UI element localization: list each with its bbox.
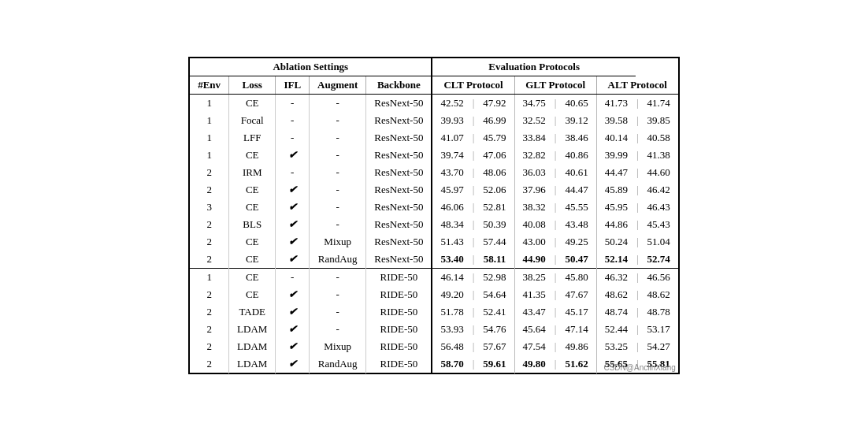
table-cell: 44.86 [596,216,636,233]
table-cell: 47.06 [475,147,514,164]
table-cell-ifl: - [276,129,310,147]
table-cell: 39.12 [557,112,596,129]
table-cell: ResNext-50 [366,216,432,233]
table-cell: CE [229,199,276,216]
table-cell: 48.62 [640,286,679,303]
table-cell: CE [229,251,276,269]
table-cell: 54.27 [640,338,679,355]
table-cell: 46.32 [596,269,636,287]
table-cell: CE [229,269,276,287]
table-cell: - [310,286,366,303]
subheader-env: #Env [190,76,229,95]
table-cell: 49.25 [557,233,596,251]
table-cell: - [310,112,366,129]
table-cell: TADE [229,303,276,321]
subheader-clt: CLT Protocol [432,76,514,95]
table-cell: 45.55 [557,199,596,216]
table-cell: 53.93 [432,321,471,338]
table-cell: RIDE-50 [366,355,432,373]
table-cell: 34.75 [514,95,554,113]
table-cell: RandAug [310,355,366,373]
table-cell: RIDE-50 [366,269,432,287]
table-cell: 39.93 [432,112,471,129]
table-cell: 48.62 [596,286,636,303]
table-cell: - [310,216,366,233]
table-cell: 2 [190,286,229,303]
table-cell: - [310,95,366,113]
table-cell: 52.41 [475,303,514,321]
table-cell: 53.40 [432,251,471,269]
table-cell: 41.38 [640,147,679,164]
table-cell: 53.17 [640,321,679,338]
subheader-ifl: IFL [276,76,310,95]
table-cell: - [310,321,366,338]
table-cell: ResNext-50 [366,112,432,129]
table-cell: 52.81 [475,199,514,216]
table-cell: 49.80 [514,355,554,373]
table-cell: CE [229,286,276,303]
table-cell: ResNext-50 [366,129,432,147]
table-cell: CE [229,95,276,113]
table-cell: 45.89 [596,181,636,199]
table-cell: 45.43 [640,216,679,233]
table-cell: 55.81 [640,355,679,373]
table-cell: RIDE-50 [366,303,432,321]
table-cell: 57.67 [475,338,514,355]
table-cell: - [310,303,366,321]
table-cell: ResNext-50 [366,147,432,164]
table-cell: 44.60 [640,164,679,181]
table-cell: - [310,199,366,216]
table-cell: 38.32 [514,199,554,216]
table-cell: 39.74 [432,147,471,164]
table-cell: ResNext-50 [366,199,432,216]
table-cell: LFF [229,129,276,147]
table-cell: - [310,129,366,147]
table-cell: ResNext-50 [366,233,432,251]
table-cell-ifl: ✔ [276,181,310,199]
table-cell: 46.43 [640,199,679,216]
table-cell-ifl: ✔ [276,199,310,216]
table-cell: 43.47 [514,303,554,321]
table-cell: 47.67 [557,286,596,303]
table-cell: Mixup [310,338,366,355]
subheader-augment: Augment [310,76,366,95]
table-cell: 50.39 [475,216,514,233]
table-cell: 32.52 [514,112,554,129]
table-cell: 36.03 [514,164,554,181]
table-cell-ifl: ✔ [276,233,310,251]
table-cell-ifl: ✔ [276,355,310,373]
ablation-table: Ablation Settings Evaluation Protocols #… [189,58,679,373]
table-cell: 2 [190,251,229,269]
table-cell-ifl: ✔ [276,251,310,269]
table-cell: 1 [190,129,229,147]
table-cell: 54.64 [475,286,514,303]
table-cell: 40.08 [514,216,554,233]
table-cell: RIDE-50 [366,338,432,355]
table-cell-ifl: - [276,95,310,113]
table-cell: 45.17 [557,303,596,321]
table-cell: LDAM [229,338,276,355]
table-cell: 44.47 [596,164,636,181]
table-cell: 50.24 [596,233,636,251]
table-cell: 43.48 [557,216,596,233]
table-cell: 50.47 [557,251,596,269]
table-cell: 54.76 [475,321,514,338]
table-cell: 58.70 [432,355,471,373]
table-cell: 53.25 [596,338,636,355]
table-cell: 44.47 [557,181,596,199]
table-cell: 48.74 [596,303,636,321]
table-cell: CE [229,181,276,199]
table-cell-ifl: - [276,164,310,181]
table-cell: 40.65 [557,95,596,113]
table-cell: 46.14 [432,269,471,287]
table-cell: IRM [229,164,276,181]
table-cell: 44.90 [514,251,554,269]
table-cell-ifl: ✔ [276,147,310,164]
table-cell-ifl: ✔ [276,338,310,355]
table-cell: 38.25 [514,269,554,287]
table-cell: 2 [190,233,229,251]
table-cell: 1 [190,95,229,113]
table-cell-ifl: ✔ [276,321,310,338]
table-cell: 46.42 [640,181,679,199]
table-cell: 38.46 [557,129,596,147]
